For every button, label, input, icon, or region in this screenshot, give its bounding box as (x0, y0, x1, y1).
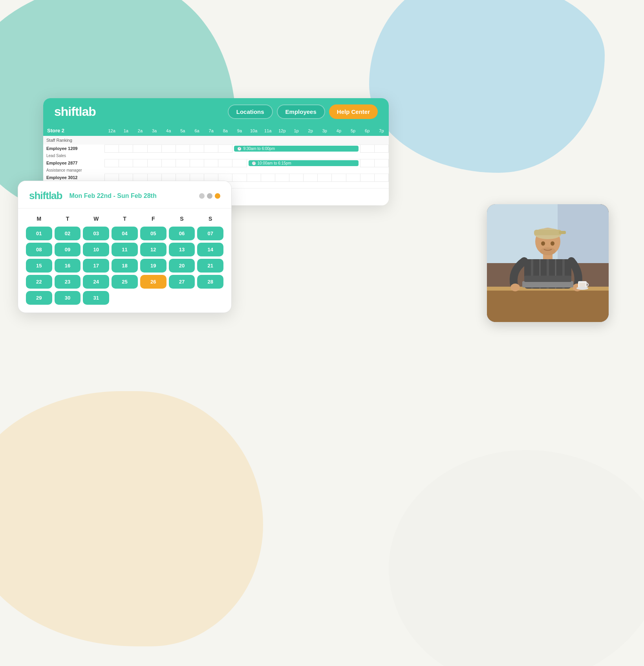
cal-day-empty-3 (169, 291, 195, 305)
help-center-button[interactable]: Help Center (329, 104, 378, 119)
time-4a: 4a (161, 125, 176, 136)
cal-day-20[interactable]: 20 (169, 259, 195, 273)
table-header-row: Store 2 12a 1a 2a 3a 4a 5a 6a 7a 8a 9a 1… (43, 125, 389, 136)
calendar-header: shiftlab Mon Feb 22nd - Sun Feb 28th (18, 181, 231, 209)
cal-day-empty-4 (197, 291, 223, 305)
scene: shiftlab Locations Employees Help Center… (0, 0, 644, 666)
cal-day-24[interactable]: 24 (83, 275, 109, 289)
table-row: Employee 2877 (43, 159, 389, 167)
time-3p: 3p (318, 125, 332, 136)
svg-rect-4 (487, 291, 609, 322)
clock-icon (252, 161, 256, 165)
cal-day-05[interactable]: 05 (140, 227, 166, 240)
employee-1209-role: Lead Sales (43, 152, 105, 159)
cal-day-02[interactable]: 02 (55, 227, 81, 240)
cal-day-27[interactable]: 27 (169, 275, 195, 289)
cal-day-04[interactable]: 04 (112, 227, 138, 240)
time-2a: 2a (133, 125, 147, 136)
locations-button[interactable]: Locations (228, 104, 273, 119)
day-header-s1: S (169, 214, 195, 223)
time-5p: 5p (346, 125, 360, 136)
day-header-w: W (83, 214, 109, 223)
time-3a: 3a (147, 125, 161, 136)
cal-day-15[interactable]: 15 (26, 259, 52, 273)
employee-2877-shift: 10:00am to 6:15pm (247, 159, 360, 167)
dot-yellow (215, 193, 220, 199)
staff-ranking-row: Staff Ranking (43, 136, 389, 145)
employees-button[interactable]: Employees (277, 104, 325, 119)
calendar-grid: 01 02 03 04 05 06 07 08 09 10 11 12 13 1… (26, 227, 223, 305)
day-header-m: M (26, 214, 52, 223)
time-9a: 9a (232, 125, 247, 136)
day-header-s2: S (197, 214, 223, 223)
cal-day-10[interactable]: 10 (83, 243, 109, 256)
cal-day-25[interactable]: 25 (112, 275, 138, 289)
table-row: Employee 3012 (43, 174, 389, 181)
svg-rect-7 (534, 230, 562, 235)
time-5a: 5a (176, 125, 190, 136)
cal-day-06[interactable]: 06 (169, 227, 195, 240)
cal-day-empty-2 (140, 291, 166, 305)
cal-day-12[interactable]: 12 (140, 243, 166, 256)
cal-day-13[interactable]: 13 (169, 243, 195, 256)
cal-day-07[interactable]: 07 (197, 227, 223, 240)
cal-day-14[interactable]: 14 (197, 243, 223, 256)
time-6p: 6p (360, 125, 374, 136)
svg-rect-19 (524, 276, 571, 282)
cal-day-18[interactable]: 18 (112, 259, 138, 273)
cal-day-22[interactable]: 22 (26, 275, 52, 289)
cal-day-19[interactable]: 19 (140, 259, 166, 273)
cal-day-28[interactable]: 28 (197, 275, 223, 289)
employee-1209-shift: 9:30am to 6:00pm (232, 145, 360, 152)
day-header-f: F (140, 214, 166, 223)
cal-day-01[interactable]: 01 (26, 227, 52, 240)
time-8a: 8a (218, 125, 232, 136)
time-4p: 4p (332, 125, 346, 136)
cal-day-26-highlighted[interactable]: 26 (140, 275, 166, 289)
cal-day-08[interactable]: 08 (26, 243, 52, 256)
store-label: Store 2 (43, 125, 105, 136)
cal-day-11[interactable]: 11 (112, 243, 138, 256)
table-row: Employee 1209 (43, 145, 389, 152)
cal-day-16[interactable]: 16 (55, 259, 81, 273)
shift-time: 10:00am to 6:15pm (258, 161, 291, 165)
time-12a: 12a (105, 125, 119, 136)
cal-day-21[interactable]: 21 (197, 259, 223, 273)
cal-day-23[interactable]: 23 (55, 275, 81, 289)
calendar-body: M T W T F S S 01 02 03 04 05 06 07 08 09 (18, 209, 231, 313)
cal-day-31[interactable]: 31 (83, 291, 109, 305)
cal-day-09[interactable]: 09 (55, 243, 81, 256)
svg-point-23 (551, 242, 554, 246)
time-1a: 1a (119, 125, 133, 136)
employee-2877-shift-bar: 10:00am to 6:15pm (249, 160, 359, 166)
photo-placeholder (487, 204, 609, 322)
employee-2877-name: Employee 2877 (43, 159, 105, 167)
svg-point-25 (576, 287, 588, 290)
svg-point-16 (510, 284, 520, 291)
day-header-t1: T (55, 214, 81, 223)
time-7a: 7a (204, 125, 218, 136)
time-10a: 10a (247, 125, 261, 136)
day-headers: M T W T F S S (26, 214, 223, 223)
table-row: Lead Sales (43, 152, 389, 159)
cal-day-30[interactable]: 30 (55, 291, 81, 305)
cal-day-17[interactable]: 17 (83, 259, 109, 273)
svg-point-22 (541, 242, 545, 246)
employee-2877-role: Assistance manager (43, 167, 105, 174)
schedule-header: shiftlab Locations Employees Help Center (43, 98, 389, 125)
dot-grey-2 (207, 193, 212, 199)
cal-day-29[interactable]: 29 (26, 291, 52, 305)
calendar-dots (199, 193, 220, 199)
time-12p: 12p (275, 125, 289, 136)
time-6a: 6a (190, 125, 204, 136)
cal-day-03[interactable]: 03 (83, 227, 109, 240)
time-11a: 11a (261, 125, 275, 136)
time-2p: 2p (304, 125, 318, 136)
employee-1209-name: Employee 1209 (43, 145, 105, 152)
calendar-card: shiftlab Mon Feb 22nd - Sun Feb 28th M T… (18, 181, 232, 313)
table-row: Assistance manager (43, 167, 389, 174)
person-photo-svg (487, 204, 609, 322)
cal-day-empty-1 (112, 291, 138, 305)
svg-point-24 (540, 247, 556, 255)
calendar-logo: shiftlab (29, 190, 62, 202)
